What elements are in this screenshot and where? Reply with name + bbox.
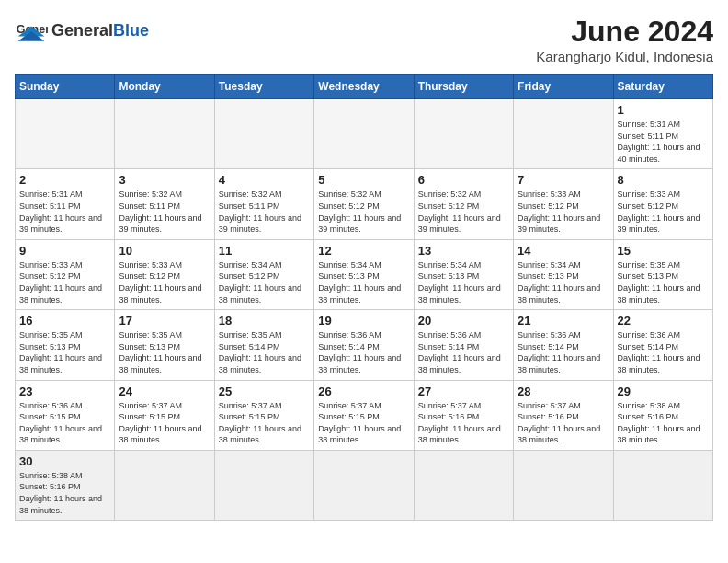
calendar-header-row: SundayMondayTuesdayWednesdayThursdayFrid… [16, 75, 713, 99]
header-tuesday: Tuesday [214, 75, 313, 99]
day-info: Sunrise: 5:32 AM Sunset: 5:11 PM Dayligh… [119, 189, 210, 235]
day-info: Sunrise: 5:36 AM Sunset: 5:14 PM Dayligh… [418, 329, 509, 375]
day-number: 26 [318, 385, 409, 398]
calendar-cell: 9Sunrise: 5:33 AM Sunset: 5:12 PM Daylig… [16, 239, 115, 309]
calendar-cell: 19Sunrise: 5:36 AM Sunset: 5:14 PM Dayli… [314, 310, 414, 380]
day-number: 25 [219, 385, 310, 398]
day-number: 10 [119, 244, 210, 258]
calendar-cell [414, 99, 513, 169]
day-info: Sunrise: 5:35 AM Sunset: 5:14 PM Dayligh… [219, 329, 310, 375]
title-section: June 2024 Karangharjo Kidul, Indonesia [536, 15, 713, 64]
calendar-week-2: 9Sunrise: 5:33 AM Sunset: 5:12 PM Daylig… [16, 239, 713, 309]
day-number: 11 [219, 244, 310, 258]
day-number: 24 [119, 385, 210, 398]
day-info: Sunrise: 5:31 AM Sunset: 5:11 PM Dayligh… [19, 189, 110, 235]
day-number: 12 [318, 244, 409, 258]
calendar-week-0: 1Sunrise: 5:31 AM Sunset: 5:11 PM Daylig… [16, 99, 713, 169]
day-info: Sunrise: 5:36 AM Sunset: 5:14 PM Dayligh… [318, 329, 409, 375]
calendar-cell [613, 450, 712, 520]
calendar-week-3: 16Sunrise: 5:35 AM Sunset: 5:13 PM Dayli… [16, 310, 713, 380]
calendar-cell: 4Sunrise: 5:32 AM Sunset: 5:11 PM Daylig… [214, 169, 313, 239]
day-info: Sunrise: 5:33 AM Sunset: 5:12 PM Dayligh… [19, 259, 110, 305]
day-number: 20 [418, 314, 509, 327]
calendar-cell [115, 99, 214, 169]
day-number: 3 [119, 173, 210, 187]
calendar-cell: 25Sunrise: 5:37 AM Sunset: 5:15 PM Dayli… [214, 380, 313, 450]
day-number: 22 [618, 314, 709, 327]
calendar-week-1: 2Sunrise: 5:31 AM Sunset: 5:11 PM Daylig… [16, 169, 713, 239]
calendar-table: SundayMondayTuesdayWednesdayThursdayFrid… [15, 74, 713, 521]
calendar-cell: 15Sunrise: 5:35 AM Sunset: 5:13 PM Dayli… [613, 239, 712, 309]
calendar-cell: 24Sunrise: 5:37 AM Sunset: 5:15 PM Dayli… [115, 380, 214, 450]
day-number: 18 [219, 314, 310, 327]
calendar-cell: 17Sunrise: 5:35 AM Sunset: 5:13 PM Dayli… [115, 310, 214, 380]
header-monday: Monday [115, 75, 214, 99]
calendar-cell: 23Sunrise: 5:36 AM Sunset: 5:15 PM Dayli… [16, 380, 115, 450]
calendar-cell: 6Sunrise: 5:32 AM Sunset: 5:12 PM Daylig… [414, 169, 513, 239]
day-info: Sunrise: 5:34 AM Sunset: 5:13 PM Dayligh… [418, 259, 509, 305]
day-info: Sunrise: 5:37 AM Sunset: 5:15 PM Dayligh… [119, 400, 210, 446]
header-friday: Friday [514, 75, 613, 99]
header-thursday: Thursday [414, 75, 513, 99]
calendar-week-5: 30Sunrise: 5:38 AM Sunset: 5:16 PM Dayli… [16, 450, 713, 520]
day-info: Sunrise: 5:32 AM Sunset: 5:12 PM Dayligh… [318, 189, 409, 235]
calendar-cell: 10Sunrise: 5:33 AM Sunset: 5:12 PM Dayli… [115, 239, 214, 309]
calendar-cell: 13Sunrise: 5:34 AM Sunset: 5:13 PM Dayli… [414, 239, 513, 309]
calendar-week-4: 23Sunrise: 5:36 AM Sunset: 5:15 PM Dayli… [16, 380, 713, 450]
day-number: 15 [618, 244, 709, 258]
day-info: Sunrise: 5:37 AM Sunset: 5:15 PM Dayligh… [219, 400, 310, 446]
day-info: Sunrise: 5:34 AM Sunset: 5:13 PM Dayligh… [518, 259, 609, 305]
calendar-cell [314, 99, 414, 169]
calendar-cell: 2Sunrise: 5:31 AM Sunset: 5:11 PM Daylig… [16, 169, 115, 239]
day-info: Sunrise: 5:37 AM Sunset: 5:16 PM Dayligh… [418, 400, 509, 446]
calendar-cell: 16Sunrise: 5:35 AM Sunset: 5:13 PM Dayli… [16, 310, 115, 380]
calendar-cell [514, 450, 613, 520]
logo-text: GeneralBlue [51, 22, 149, 40]
day-info: Sunrise: 5:38 AM Sunset: 5:16 PM Dayligh… [19, 470, 110, 516]
calendar-cell: 27Sunrise: 5:37 AM Sunset: 5:16 PM Dayli… [414, 380, 513, 450]
day-number: 7 [518, 173, 609, 187]
day-number: 21 [518, 314, 609, 327]
header-sunday: Sunday [16, 75, 115, 99]
calendar-cell: 12Sunrise: 5:34 AM Sunset: 5:13 PM Dayli… [314, 239, 414, 309]
day-info: Sunrise: 5:36 AM Sunset: 5:14 PM Dayligh… [518, 329, 609, 375]
calendar-cell: 3Sunrise: 5:32 AM Sunset: 5:11 PM Daylig… [115, 169, 214, 239]
day-info: Sunrise: 5:31 AM Sunset: 5:11 PM Dayligh… [618, 119, 709, 165]
day-number: 19 [318, 314, 409, 327]
location: Karangharjo Kidul, Indonesia [536, 49, 713, 64]
day-info: Sunrise: 5:33 AM Sunset: 5:12 PM Dayligh… [518, 189, 609, 235]
calendar-cell: 22Sunrise: 5:36 AM Sunset: 5:14 PM Dayli… [613, 310, 712, 380]
day-info: Sunrise: 5:32 AM Sunset: 5:12 PM Dayligh… [418, 189, 509, 235]
calendar-cell: 29Sunrise: 5:38 AM Sunset: 5:16 PM Dayli… [613, 380, 712, 450]
calendar-cell: 1Sunrise: 5:31 AM Sunset: 5:11 PM Daylig… [613, 99, 712, 169]
month-title: June 2024 [536, 15, 713, 49]
day-number: 1 [618, 103, 709, 117]
calendar-cell: 21Sunrise: 5:36 AM Sunset: 5:14 PM Dayli… [514, 310, 613, 380]
calendar-cell: 5Sunrise: 5:32 AM Sunset: 5:12 PM Daylig… [314, 169, 414, 239]
day-number: 2 [19, 173, 110, 187]
calendar-cell [414, 450, 513, 520]
calendar-cell [16, 99, 115, 169]
day-number: 17 [119, 314, 210, 327]
calendar-cell [514, 99, 613, 169]
calendar-cell: 28Sunrise: 5:37 AM Sunset: 5:16 PM Dayli… [514, 380, 613, 450]
calendar-cell [115, 450, 214, 520]
calendar-cell: 11Sunrise: 5:34 AM Sunset: 5:12 PM Dayli… [214, 239, 313, 309]
day-number: 13 [418, 244, 509, 258]
header-wednesday: Wednesday [314, 75, 414, 99]
day-info: Sunrise: 5:35 AM Sunset: 5:13 PM Dayligh… [19, 329, 110, 375]
day-number: 30 [19, 454, 110, 468]
calendar-cell: 8Sunrise: 5:33 AM Sunset: 5:12 PM Daylig… [613, 169, 712, 239]
day-number: 6 [418, 173, 509, 187]
calendar-cell: 26Sunrise: 5:37 AM Sunset: 5:15 PM Dayli… [314, 380, 414, 450]
day-info: Sunrise: 5:36 AM Sunset: 5:15 PM Dayligh… [19, 400, 110, 446]
calendar-cell: 30Sunrise: 5:38 AM Sunset: 5:16 PM Dayli… [16, 450, 115, 520]
calendar-cell: 7Sunrise: 5:33 AM Sunset: 5:12 PM Daylig… [514, 169, 613, 239]
day-info: Sunrise: 5:33 AM Sunset: 5:12 PM Dayligh… [618, 189, 709, 235]
day-info: Sunrise: 5:32 AM Sunset: 5:11 PM Dayligh… [219, 189, 310, 235]
day-info: Sunrise: 5:36 AM Sunset: 5:14 PM Dayligh… [618, 329, 709, 375]
day-number: 5 [318, 173, 409, 187]
header-saturday: Saturday [613, 75, 712, 99]
calendar-body: 1Sunrise: 5:31 AM Sunset: 5:11 PM Daylig… [16, 99, 713, 521]
day-info: Sunrise: 5:35 AM Sunset: 5:13 PM Dayligh… [618, 259, 709, 305]
